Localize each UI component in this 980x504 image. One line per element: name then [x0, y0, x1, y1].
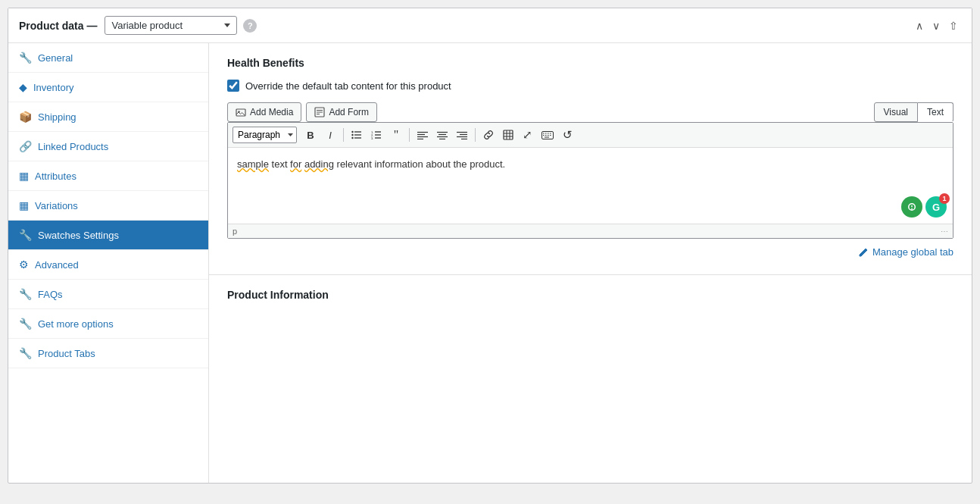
align-center-icon [437, 131, 448, 139]
editor-top-bar: Add Media Add Form Vis [227, 102, 953, 122]
grammarly-letter: G [932, 202, 940, 213]
plugin-green-icon[interactable] [901, 196, 922, 218]
sidebar-label-inventory: Inventory [33, 82, 73, 93]
blockquote-button[interactable]: " [387, 126, 405, 144]
grammarly-icon[interactable]: G 1 [925, 196, 947, 218]
help-icon[interactable]: ? [243, 19, 257, 33]
green-icon-svg [907, 202, 917, 212]
editor-icons-overlay: G 1 [901, 196, 947, 218]
text-adding: adding [304, 158, 334, 170]
sidebar-label-shipping: Shipping [38, 111, 76, 123]
override-checkbox-label: Override the default tab content for thi… [245, 80, 451, 92]
editor-wrapper: Paragraph Heading 1 Heading 2 Heading 3 … [227, 122, 953, 239]
align-left-icon [417, 131, 428, 139]
sidebar-label-advanced: Advanced [35, 259, 79, 271]
arrow-up-button[interactable]: ∧ [913, 18, 926, 33]
wrench-icon: 🔧 [19, 52, 32, 64]
arrow-down-button[interactable]: ∨ [929, 18, 943, 33]
swatches-icon: 🔧 [19, 229, 32, 241]
editor-statusbar: p ⋯ [228, 224, 953, 238]
editor-view-tabs: Visual Text [874, 102, 953, 122]
sidebar-item-linked-products[interactable]: 🔗 Linked Products [8, 132, 208, 161]
add-media-button[interactable]: Add Media [227, 102, 301, 122]
text-tab[interactable]: Text [918, 102, 953, 122]
format-select[interactable]: Paragraph Heading 1 Heading 2 Heading 3 [233, 127, 297, 143]
italic-button[interactable]: I [321, 126, 339, 144]
sidebar-item-get-more-options[interactable]: 🔧 Get more options [8, 309, 208, 339]
more-button[interactable]: ⤢ [519, 126, 537, 144]
product-type-select[interactable]: Variable product Simple product Grouped … [105, 16, 237, 35]
align-right-icon [457, 131, 467, 139]
sidebar-label-variations: Variations [35, 200, 78, 211]
visual-tab[interactable]: Visual [874, 102, 918, 122]
undo-button[interactable]: ↺ [558, 126, 576, 144]
sidebar-item-shipping[interactable]: 📦 Shipping [8, 102, 208, 132]
manage-global-tab-link[interactable]: Manage global tab [859, 246, 953, 258]
sidebar-label-general: General [38, 52, 73, 64]
main-content: Health Benefits Override the default tab… [209, 43, 972, 483]
keyboard-button[interactable] [538, 126, 557, 144]
panel-body: 🔧 General ◆ Inventory 📦 Shipping 🔗 Linke… [8, 43, 972, 483]
sidebar-item-advanced[interactable]: ⚙ Advanced [8, 250, 208, 280]
outer-wrapper: Product data — Variable product Simple p… [0, 0, 980, 504]
inventory-icon: ◆ [19, 81, 27, 93]
product-information-section: Product Information [209, 275, 972, 325]
sidebar-item-product-tabs[interactable]: 🔧 Product Tabs [8, 339, 208, 368]
sidebar-label-attributes: Attributes [35, 171, 76, 182]
align-left-button[interactable] [414, 126, 432, 144]
sidebar-label-swatches-settings: Swatches Settings [38, 230, 119, 241]
link-button[interactable] [479, 126, 498, 144]
panel-nav-arrows: ∧ ∨ ⇧ [913, 18, 961, 33]
sidebar-label-product-tabs: Product Tabs [38, 348, 95, 359]
add-media-icon [236, 107, 246, 117]
link-icon: 🔗 [19, 140, 32, 152]
editor-tag: p [233, 227, 237, 236]
unordered-list-button[interactable] [348, 126, 366, 144]
text-for: for [290, 158, 301, 170]
table-icon [503, 130, 513, 140]
sidebar-item-inventory[interactable]: ◆ Inventory [8, 73, 208, 102]
ordered-list-icon: 1. 2. 3. [371, 130, 382, 139]
faqs-icon: 🔧 [19, 288, 32, 300]
table-button[interactable] [499, 126, 517, 144]
arrow-collapse-button[interactable]: ⇧ [946, 18, 961, 33]
override-checkbox-row: Override the default tab content for thi… [227, 80, 953, 92]
align-center-button[interactable] [433, 126, 451, 144]
editor-content[interactable]: sample text for adding relevant informat… [228, 148, 953, 224]
grammarly-badge: 1 [939, 193, 950, 204]
product-data-panel: Product data — Variable product Simple p… [8, 8, 972, 484]
unordered-list-icon [351, 130, 362, 139]
add-form-icon [314, 107, 325, 117]
bold-button[interactable]: B [301, 126, 320, 144]
svg-point-8 [351, 134, 353, 136]
product-tabs-icon: 🔧 [19, 347, 32, 359]
svg-point-10 [351, 137, 353, 139]
sidebar-item-faqs[interactable]: 🔧 FAQs [8, 280, 208, 309]
manage-link-row: Manage global tab [227, 239, 953, 261]
sidebar-item-general[interactable]: 🔧 General [8, 43, 208, 73]
add-form-button[interactable]: Add Form [306, 102, 377, 122]
sidebar-item-variations[interactable]: ▦ Variations [8, 191, 208, 221]
sidebar-label-get-more-options: Get more options [38, 318, 114, 330]
editor-text: sample text for adding relevant informat… [237, 157, 944, 173]
sidebar-item-swatches-settings[interactable]: 🔧 Swatches Settings [8, 221, 208, 250]
panel-title: Product data — [19, 20, 97, 32]
resize-handle[interactable]: ⋯ [941, 227, 948, 236]
sidebar-label-linked-products: Linked Products [38, 141, 108, 152]
keyboard-icon [541, 131, 554, 139]
link-icon [483, 130, 494, 140]
align-right-button[interactable] [453, 126, 471, 144]
ordered-list-button[interactable]: 1. 2. 3. [367, 126, 385, 144]
text-sample: sample [237, 158, 269, 170]
sidebar-label-faqs: FAQs [38, 289, 63, 300]
shipping-icon: 📦 [19, 111, 32, 123]
section-title-health-benefits: Health Benefits [227, 57, 953, 69]
variations-icon: ▦ [19, 199, 29, 211]
panel-header: Product data — Variable product Simple p… [8, 8, 972, 43]
attributes-icon: ▦ [19, 170, 29, 182]
format-divider-1 [343, 128, 344, 142]
override-checkbox[interactable] [227, 80, 239, 92]
pencil-icon [859, 247, 869, 257]
svg-rect-30 [504, 130, 513, 139]
sidebar-item-attributes[interactable]: ▦ Attributes [8, 161, 208, 191]
